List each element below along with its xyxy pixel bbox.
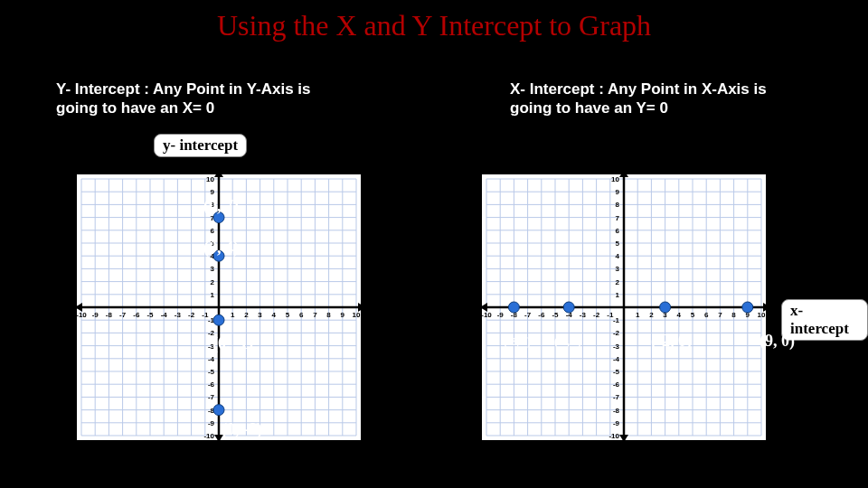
svg-point-189 (742, 302, 753, 313)
svg-text:1: 1 (231, 311, 235, 319)
svg-text:-9: -9 (92, 311, 99, 319)
svg-text:-2: -2 (613, 329, 620, 337)
svg-point-186 (508, 302, 519, 313)
svg-point-93 (213, 314, 224, 325)
x-intercept-graph: -10-10-9-9-8-8-7-7-6-6-5-5-4-4-3-3-2-2-1… (461, 154, 787, 461)
svg-text:1: 1 (616, 291, 620, 299)
coord-label: (0, -1) (212, 334, 253, 353)
svg-text:8: 8 (731, 311, 736, 319)
coord-label: (9, 0) (760, 332, 795, 351)
svg-text:2: 2 (616, 278, 620, 286)
svg-text:2: 2 (211, 278, 215, 286)
svg-text:10: 10 (353, 311, 361, 319)
svg-text:-9: -9 (497, 311, 505, 319)
svg-text:-6: -6 (208, 380, 215, 389)
svg-text:-9: -9 (613, 419, 620, 427)
svg-text:2: 2 (649, 311, 654, 319)
svg-text:6: 6 (211, 227, 215, 235)
svg-text:9: 9 (341, 311, 345, 319)
svg-text:-8: -8 (613, 407, 620, 415)
svg-text:5: 5 (616, 239, 620, 248)
svg-text:-7: -7 (524, 311, 532, 319)
coord-label: (0, -8) (222, 420, 262, 439)
svg-text:8: 8 (616, 201, 620, 209)
svg-text:6: 6 (299, 311, 304, 319)
svg-marker-47 (214, 170, 223, 177)
svg-text:9: 9 (616, 188, 620, 196)
svg-text:-3: -3 (175, 311, 182, 319)
svg-text:-4: -4 (613, 355, 620, 363)
svg-text:10: 10 (758, 311, 766, 319)
svg-text:-3: -3 (613, 343, 620, 351)
svg-text:2: 2 (244, 311, 249, 319)
coord-label: (-2, 0) (651, 332, 692, 351)
svg-text:7: 7 (718, 311, 722, 319)
svg-point-187 (563, 302, 574, 313)
svg-text:1: 1 (636, 311, 640, 319)
svg-text:7: 7 (313, 311, 317, 319)
svg-point-94 (213, 405, 224, 416)
coord-label: (0, 4) (203, 239, 239, 258)
page-title: Using the X and Y Intercept to Graph (0, 9, 868, 42)
svg-text:Y: Y (629, 157, 637, 171)
svg-text:-3: -3 (580, 311, 587, 319)
svg-text:-9: -9 (208, 419, 215, 427)
y-intercept-desc: Y- Intercept : Any Point in Y-Axis is go… (56, 80, 345, 118)
svg-text:X: X (776, 291, 784, 305)
coord-label: (0, 7) (203, 197, 239, 216)
svg-text:-10: -10 (203, 432, 214, 440)
svg-text:-2: -2 (188, 311, 195, 319)
svg-text:-10: -10 (481, 311, 492, 319)
svg-marker-142 (619, 170, 628, 177)
svg-text:1: 1 (211, 291, 215, 299)
svg-text:-2: -2 (593, 311, 600, 319)
svg-text:4: 4 (272, 311, 277, 319)
svg-text:-5: -5 (552, 311, 559, 319)
coord-label: (-4, 0) (554, 335, 581, 349)
svg-text:3: 3 (211, 265, 215, 273)
svg-text:-1: -1 (613, 316, 620, 324)
svg-text:-5: -5 (146, 311, 154, 319)
svg-point-188 (660, 302, 671, 313)
svg-text:6: 6 (616, 227, 620, 235)
svg-text:3: 3 (258, 311, 262, 319)
svg-text:-5: -5 (208, 368, 215, 376)
svg-text:5: 5 (286, 311, 290, 319)
svg-text:-7: -7 (613, 393, 620, 401)
svg-text:10: 10 (611, 175, 619, 183)
svg-text:7: 7 (616, 214, 620, 222)
svg-text:6: 6 (704, 311, 709, 319)
svg-text:X: X (371, 291, 379, 305)
svg-text:-6: -6 (538, 311, 545, 319)
svg-text:3: 3 (616, 265, 620, 273)
svg-text:-6: -6 (133, 311, 140, 319)
svg-text:-4: -4 (161, 311, 168, 319)
svg-text:4: 4 (677, 311, 682, 319)
svg-text:4: 4 (616, 252, 620, 260)
svg-text:-7: -7 (208, 393, 215, 401)
svg-text:-8: -8 (106, 311, 113, 319)
svg-text:5: 5 (691, 311, 695, 319)
svg-text:Y: Y (224, 157, 232, 171)
x-intercept-desc: X- Intercept : Any Point in X-Axis is go… (510, 80, 799, 118)
svg-text:8: 8 (326, 311, 331, 319)
svg-text:-4: -4 (208, 355, 215, 363)
svg-text:-10: -10 (76, 311, 87, 319)
svg-text:10: 10 (206, 175, 214, 183)
svg-text:-6: -6 (613, 380, 620, 389)
svg-text:-10: -10 (609, 432, 619, 440)
coord-label: (-8, 0) (504, 335, 531, 349)
svg-text:9: 9 (211, 188, 215, 196)
svg-text:-5: -5 (613, 368, 620, 376)
svg-text:-7: -7 (119, 311, 127, 319)
